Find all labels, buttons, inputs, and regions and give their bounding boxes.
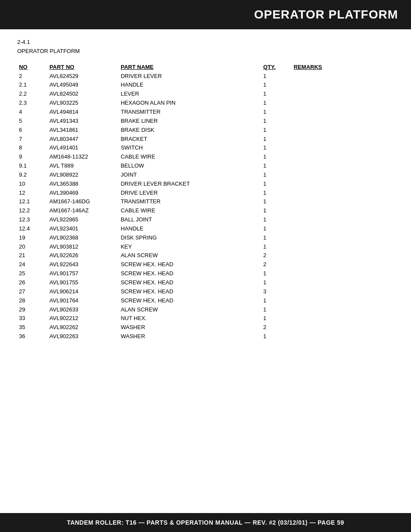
- cell-remarks: [292, 243, 394, 252]
- table-row: 12.3AVL922865BALL JOINT1: [17, 215, 394, 224]
- cell-no: 12.3: [17, 215, 48, 224]
- cell-partname: SCREW HEX. HEAD: [119, 296, 262, 305]
- cell-remarks: [292, 117, 394, 126]
- cell-partname: WASHER: [119, 323, 262, 332]
- cell-remarks: [292, 332, 394, 341]
- cell-partname: SWITCH: [119, 143, 262, 152]
- cell-remarks: [292, 287, 394, 296]
- section-info: 2-4.1 OPERATOR PLATFORM: [17, 38, 394, 56]
- cell-remarks: [292, 224, 394, 233]
- cell-partno: AVL903812: [48, 243, 119, 252]
- cell-partno: AVL906214: [48, 287, 119, 296]
- cell-partname: ALAN SCREW: [119, 251, 262, 260]
- cell-remarks: [292, 197, 394, 206]
- cell-partname: BRACKET: [119, 135, 262, 144]
- cell-partno: AVL901764: [48, 296, 119, 305]
- cell-partno: AVL491343: [48, 117, 119, 126]
- cell-no: 21: [17, 251, 48, 260]
- cell-no: 2.3: [17, 99, 48, 108]
- cell-partname: LEVER: [119, 90, 262, 99]
- cell-partno: AM1667-146AZ: [48, 206, 119, 215]
- table-row: 28AVL901764SCREW HEX. HEAD1: [17, 296, 394, 305]
- cell-partname: KEY: [119, 243, 262, 252]
- cell-qty: 3: [262, 287, 292, 296]
- cell-partname: CABLE WIRE: [119, 206, 262, 215]
- cell-qty: 1: [262, 152, 292, 162]
- cell-qty: 1: [262, 269, 292, 278]
- cell-remarks: [292, 126, 394, 135]
- cell-no: 19: [17, 233, 48, 243]
- cell-remarks: [292, 135, 394, 144]
- cell-remarks: [292, 305, 394, 314]
- cell-no: 12.1: [17, 197, 48, 206]
- cell-partno: AVL908922: [48, 171, 119, 180]
- cell-partname: SCREW HEX. HEAD: [119, 287, 262, 296]
- cell-partname: BELLOW: [119, 162, 262, 171]
- cell-qty: 1: [262, 117, 292, 126]
- cell-no: 12.4: [17, 224, 48, 233]
- cell-no: 5: [17, 117, 48, 126]
- cell-partname: BALL JOINT: [119, 215, 262, 224]
- cell-qty: 1: [262, 314, 292, 323]
- table-row: 10AVL365388DRIVER LEVER BRACKET1: [17, 180, 394, 189]
- cell-partname: HANDLE: [119, 81, 262, 90]
- cell-partno: AVL824529: [48, 72, 119, 81]
- cell-remarks: [292, 278, 394, 287]
- col-header-partname: PART NAME: [119, 63, 262, 72]
- cell-remarks: [292, 81, 394, 90]
- cell-remarks: [292, 314, 394, 323]
- cell-partname: TRANSMITTER: [119, 108, 262, 117]
- cell-remarks: [292, 189, 394, 198]
- cell-qty: 1: [262, 305, 292, 314]
- cell-remarks: [292, 260, 394, 269]
- table-row: 7AVL803447BRACKET1: [17, 135, 394, 144]
- table-row: 29AVL902633ALAN SCREW1: [17, 305, 394, 314]
- col-header-remarks: REMARKS: [292, 63, 394, 72]
- cell-partno: AVL922626: [48, 251, 119, 260]
- cell-qty: 1: [262, 81, 292, 90]
- cell-partno: AVL803447: [48, 135, 119, 144]
- cell-qty: 1: [262, 243, 292, 252]
- cell-remarks: [292, 233, 394, 243]
- cell-qty: 1: [262, 99, 292, 108]
- cell-partno: AVL494814: [48, 108, 119, 117]
- cell-partno: AVL903225: [48, 99, 119, 108]
- cell-partname: HEXAGON ALAN PIN: [119, 99, 262, 108]
- table-row: 24AVL922643SCREW HEX. HEAD2: [17, 260, 394, 269]
- cell-remarks: [292, 171, 394, 180]
- table-row: 9.2AVL908922JOINT1: [17, 171, 394, 180]
- cell-partname: BRAKE LINER: [119, 117, 262, 126]
- cell-remarks: [292, 206, 394, 215]
- cell-remarks: [292, 152, 394, 162]
- table-row: 2.3AVL903225HEXAGON ALAN PIN1: [17, 99, 394, 108]
- cell-no: 12: [17, 189, 48, 198]
- cell-qty: 1: [262, 171, 292, 180]
- table-row: 19AVL902368DISK SPRING1: [17, 233, 394, 243]
- table-row: 6AVL341861BRAKE DISK1: [17, 126, 394, 135]
- cell-qty: 2: [262, 260, 292, 269]
- cell-partname: BRAKE DISK: [119, 126, 262, 135]
- cell-partno: AVL491401: [48, 143, 119, 152]
- col-header-partno: PART NO: [48, 63, 119, 72]
- cell-remarks: [292, 99, 394, 108]
- cell-partno: AVL824502: [48, 90, 119, 99]
- cell-remarks: [292, 143, 394, 152]
- cell-partno: AVL341861: [48, 126, 119, 135]
- cell-partno: AVL495049: [48, 81, 119, 90]
- table-row: 9.1AVL T889BELLOW1: [17, 162, 394, 171]
- cell-qty: 1: [262, 278, 292, 287]
- cell-partname: NUT HEX.: [119, 314, 262, 323]
- cell-no: 28: [17, 296, 48, 305]
- footer-text: TANDEM ROLLER: T16 — PARTS & OPERATION M…: [67, 519, 344, 526]
- cell-qty: 2: [262, 251, 292, 260]
- cell-partno: AVL922643: [48, 260, 119, 269]
- cell-partno: AVL901757: [48, 269, 119, 278]
- cell-no: 36: [17, 332, 48, 341]
- table-row: 26AVL901755SCREW HEX. HEAD1: [17, 278, 394, 287]
- cell-no: 10: [17, 180, 48, 189]
- section-name: OPERATOR PLATFORM: [17, 47, 394, 56]
- cell-remarks: [292, 162, 394, 171]
- table-row: 2.1AVL495049HANDLE1: [17, 81, 394, 90]
- cell-partno: AVL901755: [48, 278, 119, 287]
- cell-remarks: [292, 108, 394, 117]
